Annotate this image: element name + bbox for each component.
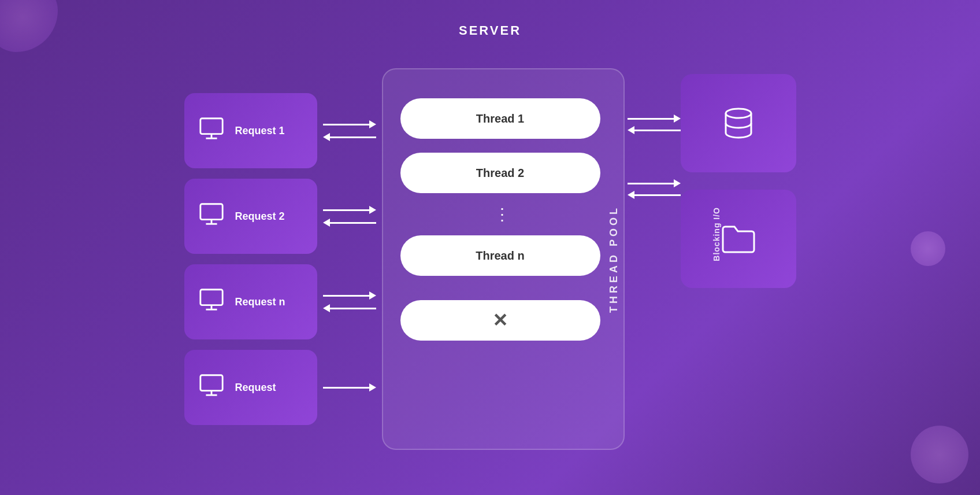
arrow-left-2: [323, 219, 376, 227]
arrow-line-r4: [323, 387, 369, 389]
arrow-head-r4: [369, 383, 376, 391]
res-arrow-right-2: [628, 179, 681, 187]
monitor-icon-3: [198, 286, 225, 318]
left-arrows-column: [323, 93, 376, 425]
monitor-icon-2: [198, 201, 225, 232]
arrow-line-r3: [323, 295, 369, 297]
thread-pill-n: Thread n: [400, 235, 600, 276]
request-box-4: Request: [184, 350, 317, 425]
arrow-pair-2: [323, 179, 376, 254]
request-label-4: Request: [235, 382, 276, 394]
rejected-pill: ✕: [400, 300, 600, 341]
arrow-head-l3: [323, 304, 330, 312]
thread-pill-2: Thread 2: [400, 153, 600, 193]
res-arrow-line-l1: [634, 130, 681, 131]
arrow-line-l2: [330, 222, 376, 224]
arrow-pair-4: [323, 350, 376, 425]
svg-point-12: [726, 109, 751, 118]
server-box: THREAD POOL Thread 1 Thread 2 ⋮ Thread n…: [382, 68, 625, 450]
res-arrow-line-l2: [634, 194, 681, 196]
arrow-line-r1: [323, 124, 369, 125]
arrow-left-1: [323, 133, 376, 141]
res-arrow-right-1: [628, 114, 681, 123]
database-box: [681, 74, 796, 172]
request-box-2: Request 2: [184, 179, 317, 254]
arrow-head-r2: [369, 206, 376, 214]
thread-label-n: Thread n: [476, 249, 524, 263]
thread-label-1: Thread 1: [476, 112, 524, 125]
res-arrow-head-l1: [628, 126, 634, 134]
res-arrow-line-r1: [628, 118, 674, 120]
arrow-head-r3: [369, 291, 376, 300]
arrow-head-l1: [323, 133, 330, 141]
thread-label-2: Thread 2: [476, 167, 524, 180]
diagram-container: SERVER Request 1: [0, 0, 980, 495]
folder-box: [681, 190, 796, 288]
res-arrow-head-l2: [628, 191, 634, 199]
request-box-3: Request n: [184, 264, 317, 339]
svg-rect-3: [200, 204, 222, 219]
res-arrow-left-2: [628, 191, 681, 199]
dots-separator: ⋮: [395, 205, 612, 224]
arrow-line-l1: [330, 136, 376, 138]
request-label-2: Request 2: [235, 210, 285, 223]
blocking-io-label: Blocking I/O: [712, 207, 721, 261]
database-icon: [718, 103, 759, 143]
arrow-pair-1: [323, 93, 376, 168]
requests-column: Request 1 Request 2: [184, 93, 317, 425]
arrow-right-3: [323, 291, 376, 300]
arrow-right-2: [323, 206, 376, 214]
monitor-icon-1: [198, 115, 225, 147]
request-label-1: Request 1: [235, 125, 285, 137]
arrow-head-l2: [323, 219, 330, 227]
svg-rect-6: [200, 289, 222, 305]
svg-rect-0: [200, 118, 222, 134]
res-arrow-pair-2: [628, 162, 681, 216]
resources-column: [681, 74, 796, 288]
right-arrows-column: Blocking I/O: [625, 97, 681, 227]
res-arrow-head-r1: [674, 114, 681, 123]
thread-pill-1: Thread 1: [400, 98, 600, 139]
folder-icon: [718, 219, 759, 259]
arrow-line-l3: [330, 308, 376, 309]
arrow-pair-3: [323, 264, 376, 339]
arrow-right-4: [323, 383, 376, 391]
request-label-3: Request n: [235, 296, 285, 308]
rejected-icon: ✕: [492, 309, 508, 331]
thread-pool-label: THREAD POOL: [608, 205, 620, 313]
res-arrow-head-r2: [674, 179, 681, 187]
arrow-right-1: [323, 120, 376, 128]
res-arrow-left-1: [628, 126, 681, 134]
res-arrow-pair-1: [628, 97, 681, 152]
request-box-1: Request 1: [184, 93, 317, 168]
server-label: SERVER: [459, 23, 521, 38]
svg-rect-9: [200, 375, 222, 390]
res-arrow-line-r2: [628, 183, 674, 184]
main-layout: Request 1 Request 2: [184, 68, 796, 450]
arrow-left-3: [323, 304, 376, 312]
arrow-head-r1: [369, 120, 376, 128]
monitor-icon-4: [198, 372, 225, 404]
arrow-line-r2: [323, 209, 369, 211]
